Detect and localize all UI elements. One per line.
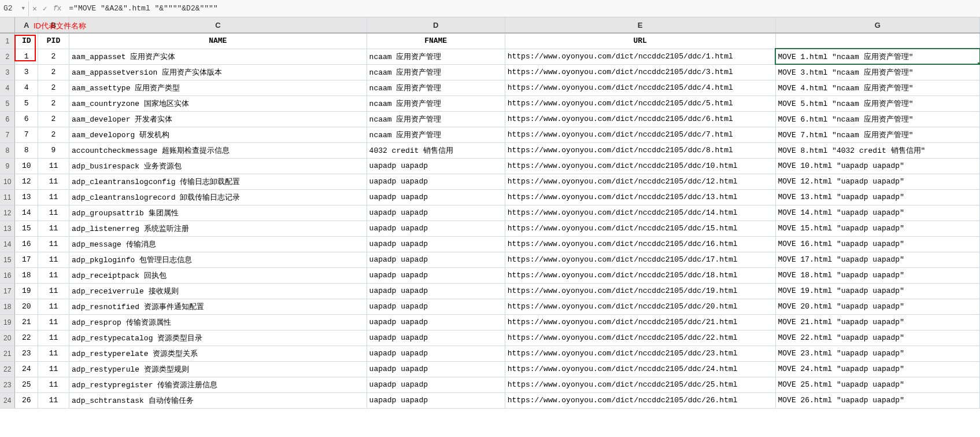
col-header-C[interactable]: C [69,17,367,33]
cell-fname[interactable]: ncaam 应用资产管理 [367,127,505,142]
cell-pid[interactable]: 11 [38,267,69,283]
cell-pid[interactable]: 11 [38,377,69,392]
fx-icon[interactable]: fx [53,4,61,13]
cell-formula-output[interactable]: MOVE 14.html "uapadp uapadp" [775,205,980,221]
cell-formula-output[interactable]: MOVE 18.html "uapadp uapadp" [775,267,980,283]
row-header[interactable]: 21 [0,346,15,361]
cell-id[interactable]: 10 [15,158,38,174]
cell-pid[interactable]: 11 [38,158,69,174]
cell-pid[interactable]: 2 [38,111,69,127]
cell-pid[interactable]: 2 [38,49,69,64]
row-header[interactable]: 18 [0,299,15,314]
row-header[interactable]: 16 [0,267,15,283]
confirm-icon[interactable]: ✓ [43,4,47,13]
cell-pid[interactable]: 11 [38,283,69,299]
row-header[interactable]: 6 [0,111,15,127]
row-header[interactable]: 4 [0,80,15,96]
row-header[interactable]: 8 [0,142,15,158]
cell-fname[interactable]: uapadp uapadp [367,221,505,236]
cell-fname[interactable]: uapadp uapadp [367,361,505,377]
cell-name[interactable]: adp_cleantranslogconfig 传输日志卸载配置 [69,174,367,189]
cell-fname[interactable]: uapadp uapadp [367,252,505,267]
cell-name[interactable]: aam_assettype 应用资产类型 [69,80,367,96]
cell-formula-output[interactable]: MOVE 4.html "ncaam 应用资产管理" [775,80,980,96]
cell-name[interactable]: adp_restyperelate 资源类型关系 [69,346,367,361]
row-header[interactable]: 19 [0,314,15,330]
cell-url[interactable]: https://www.oyonyou.com/dict/nccddc2105/… [505,174,775,189]
row-header[interactable]: 9 [0,158,15,174]
row-header[interactable]: 15 [0,252,15,267]
cell-url[interactable]: https://www.oyonyou.com/dict/nccddc2105/… [505,299,775,314]
cell-id[interactable]: 17 [15,252,38,267]
cell-id[interactable]: 21 [15,314,38,330]
cell-fname[interactable]: uapadp uapadp [367,267,505,283]
row-header[interactable]: 3 [0,64,15,80]
row-header[interactable]: 5 [0,96,15,111]
cell-formula-output[interactable]: MOVE 5.html "ncaam 应用资产管理" [775,96,980,111]
cell-name[interactable]: adp_message 传输消息 [69,236,367,252]
cell-name[interactable]: adp_pkgloginfo 包管理日志信息 [69,252,367,267]
cell-pid[interactable]: 11 [38,392,69,408]
cell-url[interactable]: https://www.oyonyou.com/dict/nccddc2105/… [505,330,775,346]
col-header-E[interactable]: E [505,17,775,33]
cell-url[interactable]: https://www.oyonyou.com/dict/nccddc2105/… [505,189,775,205]
cell-pid[interactable]: 11 [38,174,69,189]
cell-pid[interactable]: 11 [38,361,69,377]
sheet-grid[interactable]: A B C D E G 1IDPIDNAMEFNAMEURL212aam_app… [0,17,980,437]
cell-name[interactable]: accountcheckmessage 超账期检查提示信息 [69,142,367,158]
cell-id[interactable]: 25 [15,377,38,392]
cell-id[interactable]: 15 [15,221,38,236]
cell-id[interactable]: 13 [15,189,38,205]
cell-fname[interactable]: uapadp uapadp [367,377,505,392]
cell-name[interactable]: aam_developer 开发者实体 [69,111,367,127]
header-fname[interactable]: FNAME [367,33,505,49]
cell-formula-output[interactable]: MOVE 25.html "uapadp uapadp" [775,377,980,392]
cell-fname[interactable]: uapadp uapadp [367,236,505,252]
cell-formula-output[interactable]: MOVE 20.html "uapadp uapadp" [775,299,980,314]
cell-name[interactable]: adp_resnotified 资源事件通知配置 [69,299,367,314]
row-header[interactable]: 20 [0,330,15,346]
cell-fname[interactable]: uapadp uapadp [367,283,505,299]
select-all-corner[interactable] [0,17,15,33]
cell-url[interactable]: https://www.oyonyou.com/dict/nccddc2105/… [505,158,775,174]
row-header[interactable]: 23 [0,377,15,392]
cell-url[interactable]: https://www.oyonyou.com/dict/nccddc2105/… [505,252,775,267]
row-header[interactable]: 14 [0,236,15,252]
cell-pid[interactable]: 11 [38,205,69,221]
row-header[interactable]: 22 [0,361,15,377]
cell-url[interactable]: https://www.oyonyou.com/dict/nccddc2105/… [505,49,775,64]
cell-name[interactable]: adp_restypregister 传输资源注册信息 [69,377,367,392]
cell-formula-output[interactable]: MOVE 21.html "uapadp uapadp" [775,314,980,330]
cell-name[interactable]: adp_groupsattrib 集团属性 [69,205,367,221]
cell-id[interactable]: 1 [15,49,38,64]
cell-fname[interactable]: uapadp uapadp [367,158,505,174]
cell-pid[interactable]: 11 [38,330,69,346]
cell-formula-output[interactable]: MOVE 6.html "ncaam 应用资产管理" [775,111,980,127]
cell-id[interactable]: 19 [15,283,38,299]
cell-pid[interactable]: 11 [38,221,69,236]
cell-url[interactable]: https://www.oyonyou.com/dict/nccddc2105/… [505,111,775,127]
cell-id[interactable]: 6 [15,111,38,127]
cell-formula-output[interactable]: MOVE 17.html "uapadp uapadp" [775,252,980,267]
cell-id[interactable]: 18 [15,267,38,283]
cell-url[interactable]: https://www.oyonyou.com/dict/nccddc2105/… [505,236,775,252]
cell-formula-output[interactable]: MOVE 12.html "uapadp uapadp" [775,174,980,189]
cell-pid[interactable]: 2 [38,96,69,111]
cell-url[interactable]: https://www.oyonyou.com/dict/nccddc2105/… [505,205,775,221]
cell-fname[interactable]: uapadp uapadp [367,330,505,346]
cell-name[interactable]: adp_cleantranslogrecord 卸载传输日志记录 [69,189,367,205]
cell-fname[interactable]: uapadp uapadp [367,174,505,189]
header-pid[interactable]: PID [38,33,69,49]
row-header[interactable]: 10 [0,174,15,189]
dropdown-icon[interactable]: ▼ [22,6,25,12]
cell-id[interactable]: 16 [15,236,38,252]
header-name[interactable]: NAME [69,33,367,49]
cell-url[interactable]: https://www.oyonyou.com/dict/nccddc2105/… [505,127,775,142]
cell-formula-output[interactable]: MOVE 16.html "uapadp uapadp" [775,236,980,252]
cell-formula-output[interactable]: MOVE 13.html "uapadp uapadp" [775,189,980,205]
row-header[interactable]: 13 [0,221,15,236]
cell-id[interactable]: 5 [15,96,38,111]
cell-fname[interactable]: uapadp uapadp [367,346,505,361]
cell-formula-output[interactable]: MOVE 22.html "uapadp uapadp" [775,330,980,346]
cell-id[interactable]: 12 [15,174,38,189]
